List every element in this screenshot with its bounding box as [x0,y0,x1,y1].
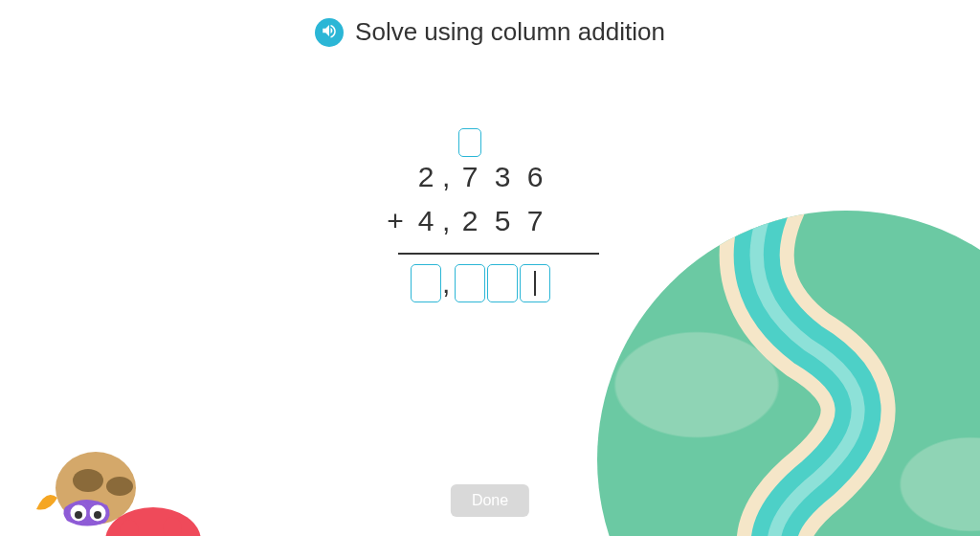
audio-play-button[interactable] [315,18,344,47]
thousands-comma: , [442,205,454,237]
addition-problem: 2 , 7 3 6 + 4 , 2 5 7 , [381,124,599,302]
answer-input-thousands[interactable] [411,264,441,302]
globe-decoration [597,211,980,536]
digit: 5 [486,205,519,237]
digit: 2 [410,161,442,193]
addend-1-row: 2 , 7 3 6 [381,161,599,205]
character-decoration [29,440,201,536]
equals-line [398,253,599,255]
thousands-comma: , [442,267,454,300]
digit: 7 [454,161,486,193]
digit: 3 [486,161,519,193]
svg-point-13 [75,511,82,519]
addend-2-row: + 4 , 2 5 7 [381,205,599,249]
thousands-comma: , [442,161,454,193]
answer-row: , [381,264,599,302]
plus-operator: + [381,205,410,237]
answer-input-hundreds[interactable] [455,264,485,302]
svg-point-14 [94,511,101,519]
digit: 4 [410,205,442,237]
svg-point-4 [106,477,133,496]
instruction-title: Solve using column addition [355,17,665,47]
done-button[interactable]: Done [451,484,529,517]
river-icon [597,211,980,536]
speaker-icon [321,22,338,43]
answer-input-tens[interactable] [487,264,518,302]
carry-row [381,124,599,161]
answer-input-ones[interactable] [520,264,550,302]
instruction-header: Solve using column addition [0,0,980,47]
digit: 7 [519,205,551,237]
digit: 2 [454,205,486,237]
carry-input-hundreds[interactable] [458,128,481,157]
digit: 6 [519,161,551,193]
svg-point-3 [73,469,103,492]
